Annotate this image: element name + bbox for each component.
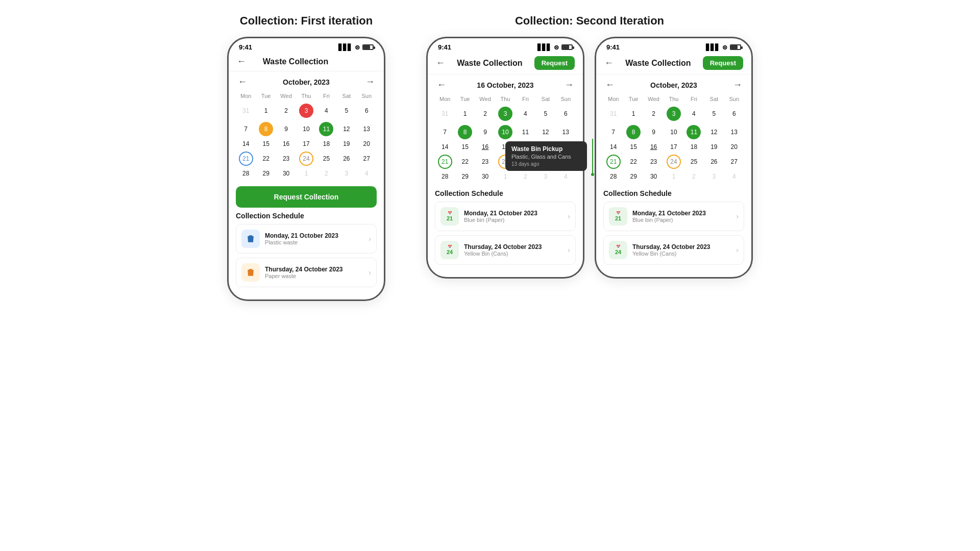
cal-cell[interactable]: 5: [336, 102, 356, 120]
calendar-next-2[interactable]: →: [562, 80, 576, 90]
cal-cell[interactable]: 20: [357, 138, 377, 149]
cal-cell[interactable]: 12: [704, 123, 724, 141]
cal-cell[interactable]: 3: [495, 105, 515, 123]
cal-cell[interactable]: 25: [316, 149, 336, 168]
cal-cell[interactable]: 3: [664, 105, 683, 123]
calendar-next-3[interactable]: →: [731, 80, 744, 90]
schedule-item-3-1[interactable]: 📅 21 Monday, 21 October 2023 Blue bin (P…: [603, 202, 744, 231]
cal-cell[interactable]: 10: [296, 120, 316, 138]
cal-cell[interactable]: 29: [623, 171, 643, 182]
cal-cell[interactable]: 19: [336, 138, 356, 149]
cal-cell[interactable]: 13: [724, 123, 744, 141]
cal-cell[interactable]: 21: [603, 153, 623, 171]
cal-cell[interactable]: 31: [603, 105, 623, 123]
calendar-prev-1[interactable]: ←: [236, 77, 249, 87]
schedule-item-3-2[interactable]: 📅 24 Thursday, 24 October 2023 Yellow Bi…: [603, 235, 744, 265]
cal-cell[interactable]: 8: [455, 123, 475, 141]
schedule-item-1-2[interactable]: Thursday, 24 October 2023 Paper waste ›: [236, 258, 377, 287]
cal-cell[interactable]: 4: [724, 171, 744, 182]
cal-cell[interactable]: 1: [495, 171, 515, 182]
request-collection-btn-1[interactable]: Request Collection: [236, 186, 377, 208]
cal-cell[interactable]: 1: [623, 105, 643, 123]
cal-cell[interactable]: 7: [435, 123, 455, 141]
cal-cell[interactable]: 28: [435, 171, 455, 182]
schedule-item-1-1[interactable]: Monday, 21 October 2023 Plastic waste ›: [236, 224, 377, 254]
cal-cell[interactable]: 3: [336, 168, 356, 179]
cal-cell[interactable]: 14: [236, 138, 256, 149]
cal-cell[interactable]: 26: [336, 149, 356, 168]
cal-cell[interactable]: 19: [704, 141, 724, 153]
cal-cell[interactable]: 2: [276, 102, 296, 120]
cal-cell[interactable]: 17: [296, 138, 316, 149]
request-btn-3[interactable]: Request: [703, 56, 743, 70]
cal-cell[interactable]: 25: [684, 153, 704, 171]
cal-cell[interactable]: 30: [644, 171, 664, 182]
cal-cell[interactable]: 12: [336, 120, 356, 138]
cal-cell[interactable]: 1: [256, 102, 276, 120]
calendar-prev-2[interactable]: ←: [435, 80, 448, 90]
cal-cell[interactable]: 4: [516, 105, 535, 123]
cal-cell[interactable]: 1: [455, 105, 475, 123]
back-arrow-3[interactable]: ←: [604, 58, 614, 68]
cal-cell[interactable]: 4: [357, 168, 377, 179]
cal-cell[interactable]: 2: [684, 171, 704, 182]
cal-cell[interactable]: 9: [475, 123, 495, 141]
cal-cell[interactable]: 2: [316, 168, 336, 179]
cal-cell[interactable]: 15: [623, 141, 643, 153]
cal-cell[interactable]: 23: [644, 153, 664, 171]
cal-cell[interactable]: 2: [475, 105, 495, 123]
cal-cell[interactable]: 21: [435, 153, 455, 171]
cal-cell[interactable]: 14: [435, 141, 455, 153]
cal-cell[interactable]: 28: [603, 171, 623, 182]
cal-cell[interactable]: 2: [516, 171, 535, 182]
cal-cell[interactable]: 7: [603, 123, 623, 141]
cal-cell[interactable]: 2: [644, 105, 664, 123]
cal-cell[interactable]: 16: [644, 141, 664, 153]
cal-cell[interactable]: 9: [644, 123, 664, 141]
cal-cell[interactable]: 18: [316, 138, 336, 149]
cal-cell[interactable]: 6: [556, 105, 576, 123]
cal-cell[interactable]: 3: [704, 171, 724, 182]
schedule-item-2-1[interactable]: 📅 21 Monday, 21 October 2023 Blue bin (P…: [435, 202, 576, 231]
cal-cell[interactable]: 24: [296, 149, 316, 168]
cal-cell[interactable]: 16: [475, 141, 495, 153]
cal-cell[interactable]: 14: [603, 141, 623, 153]
cal-cell[interactable]: 18: [684, 141, 704, 153]
cal-cell[interactable]: 10: [495, 123, 515, 141]
cal-cell[interactable]: 13: [556, 123, 576, 141]
cal-cell[interactable]: 11: [684, 123, 704, 141]
cal-cell[interactable]: 24: [664, 153, 683, 171]
cal-cell[interactable]: 29: [455, 171, 475, 182]
calendar-next-1[interactable]: →: [363, 77, 377, 87]
calendar-prev-3[interactable]: ←: [603, 80, 617, 90]
cal-cell[interactable]: 31: [236, 102, 256, 120]
cal-cell[interactable]: 4: [556, 171, 576, 182]
cal-cell[interactable]: 17: [664, 141, 683, 153]
cal-cell[interactable]: 16: [276, 138, 296, 149]
cal-cell[interactable]: 22: [455, 153, 475, 171]
cal-cell[interactable]: 6: [724, 105, 744, 123]
back-arrow-2[interactable]: ←: [436, 58, 445, 68]
cal-cell[interactable]: 9: [276, 120, 296, 138]
cal-cell[interactable]: 7: [236, 120, 256, 138]
cal-cell[interactable]: 23: [475, 153, 495, 171]
cal-cell[interactable]: 4: [316, 102, 336, 120]
cal-cell[interactable]: 22: [256, 149, 276, 168]
cal-cell[interactable]: 28: [236, 168, 256, 179]
cal-cell[interactable]: 3: [535, 171, 555, 182]
cal-cell[interactable]: 4: [684, 105, 704, 123]
cal-cell[interactable]: 1: [664, 171, 683, 182]
cal-cell[interactable]: 22: [623, 153, 643, 171]
cal-cell[interactable]: 26: [704, 153, 724, 171]
cal-cell[interactable]: 5: [704, 105, 724, 123]
cal-cell[interactable]: 11: [316, 120, 336, 138]
schedule-item-2-2[interactable]: 📅 24 Thursday, 24 October 2023 Yellow Bi…: [435, 235, 576, 265]
cal-cell[interactable]: 6: [357, 102, 377, 120]
cal-cell[interactable]: 5: [535, 105, 555, 123]
cal-cell[interactable]: 29: [256, 168, 276, 179]
cal-cell[interactable]: 27: [357, 149, 377, 168]
cal-cell[interactable]: 21: [236, 149, 256, 168]
back-arrow-1[interactable]: ←: [237, 56, 246, 67]
cal-cell[interactable]: 13: [357, 120, 377, 138]
cal-cell[interactable]: 27: [724, 153, 744, 171]
